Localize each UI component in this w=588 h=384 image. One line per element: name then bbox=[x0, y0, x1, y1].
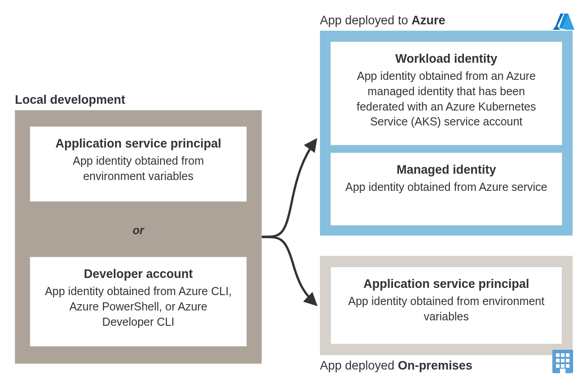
card-managed-identity: Managed identity App identity obtained f… bbox=[330, 153, 562, 226]
diagram-canvas: Local development Application service pr… bbox=[0, 0, 588, 384]
local-development-heading-text: Local development bbox=[15, 93, 125, 106]
card-application-service-principal-onprem: Application service principal App identi… bbox=[330, 267, 562, 344]
azure-heading-prefix: App deployed to bbox=[320, 14, 412, 27]
local-or-label: or bbox=[15, 224, 262, 237]
building-icon bbox=[551, 349, 574, 376]
svg-rect-10 bbox=[560, 369, 565, 373]
svg-rect-8 bbox=[561, 364, 565, 368]
svg-rect-5 bbox=[561, 359, 565, 362]
card-desc: App identity obtained from environment v… bbox=[43, 153, 234, 184]
azure-heading-bold: Azure bbox=[412, 14, 445, 27]
svg-rect-3 bbox=[566, 353, 569, 357]
svg-rect-7 bbox=[556, 364, 560, 368]
local-development-heading: Local development bbox=[15, 93, 125, 107]
svg-rect-6 bbox=[566, 359, 569, 362]
svg-rect-4 bbox=[556, 359, 560, 362]
branch-arrow-icon bbox=[260, 122, 323, 313]
card-title: Developer account bbox=[43, 267, 234, 281]
onprem-heading-prefix: App deployed bbox=[320, 359, 398, 372]
card-workload-identity: Workload identity App identity obtained … bbox=[330, 42, 562, 145]
card-desc: App identity obtained from an Azure mana… bbox=[343, 69, 549, 130]
onprem-heading: App deployed On-premises bbox=[320, 359, 472, 373]
azure-logo-icon bbox=[553, 13, 574, 32]
card-title: Workload identity bbox=[343, 52, 549, 66]
card-application-service-principal-local: Application service principal App identi… bbox=[30, 126, 247, 202]
azure-heading: App deployed to Azure bbox=[320, 14, 445, 28]
svg-rect-9 bbox=[566, 364, 569, 368]
card-title: Application service principal bbox=[43, 137, 234, 151]
card-desc: App identity obtained from environment v… bbox=[343, 294, 549, 324]
card-desc: App identity obtained from Azure CLI, Az… bbox=[43, 284, 234, 329]
card-title: Application service principal bbox=[343, 277, 549, 291]
card-developer-account: Developer account App identity obtained … bbox=[30, 257, 247, 347]
card-desc: App identity obtained from Azure service bbox=[343, 180, 549, 195]
svg-rect-2 bbox=[561, 353, 565, 357]
onprem-heading-bold: On-premises bbox=[398, 359, 472, 372]
card-title: Managed identity bbox=[343, 163, 549, 177]
svg-rect-1 bbox=[556, 353, 560, 357]
